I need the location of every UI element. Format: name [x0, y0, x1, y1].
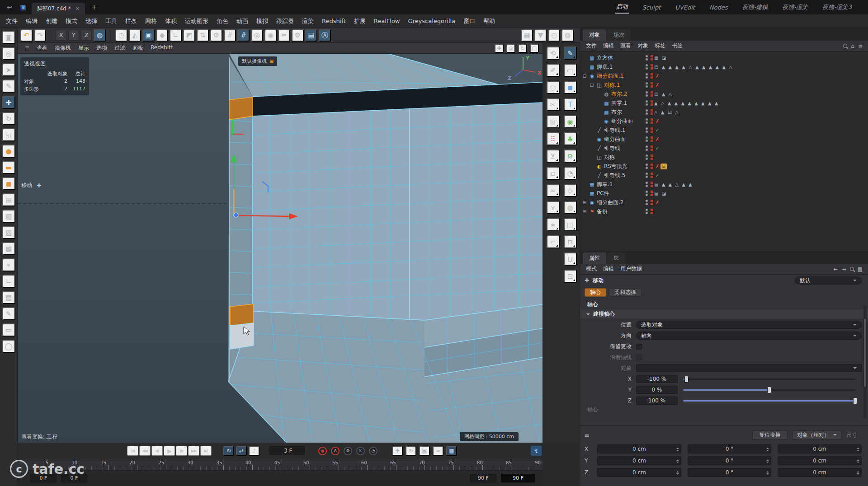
- back-icon[interactable]: ↩: [5, 2, 14, 12]
- viewport-menu-item[interactable]: 选项: [93, 44, 111, 52]
- menu-item[interactable]: 选择: [81, 17, 101, 25]
- matrix-icon[interactable]: ⠿: [547, 132, 560, 145]
- render-dots[interactable]: [651, 182, 653, 187]
- size-mode-label[interactable]: 尺寸: [846, 431, 861, 439]
- prev-key-button[interactable]: ◀◀: [139, 446, 151, 456]
- tree-row[interactable]: ⊞ ⚑ 备份: [580, 207, 868, 216]
- stepper[interactable]: [766, 446, 769, 453]
- render-dots[interactable]: [651, 154, 653, 160]
- next-frame-button[interactable]: |▶: [176, 446, 187, 456]
- menu-item[interactable]: 书签: [669, 42, 686, 50]
- preset-dropdown[interactable]: 默认: [795, 276, 862, 285]
- visibility-dots[interactable]: [646, 191, 648, 196]
- render-dots[interactable]: [651, 73, 653, 79]
- slider-value-field[interactable]: 0 %: [636, 386, 678, 394]
- menu-item[interactable]: 创建: [42, 17, 61, 25]
- field-icon[interactable]: ◔: [564, 167, 577, 180]
- measure-icon[interactable]: ⊞: [547, 115, 560, 128]
- render-dots[interactable]: [651, 91, 653, 97]
- scale-tool-icon[interactable]: ◱: [2, 128, 15, 141]
- dotted-square-icon[interactable]: ▫: [547, 167, 560, 180]
- autokey-button[interactable]: A: [331, 447, 340, 455]
- tweak-mode-icon[interactable]: ▣: [142, 29, 155, 42]
- scale-field[interactable]: 0 cm: [778, 444, 862, 453]
- viewport-menu-item[interactable]: 过滤: [111, 44, 129, 52]
- visibility-dots[interactable]: [646, 164, 648, 169]
- texture-paint-icon[interactable]: ▤: [2, 291, 15, 304]
- history-back-icon[interactable]: ←: [834, 266, 838, 272]
- coordinate-mode-dropdown[interactable]: 对象（相对）: [792, 430, 842, 439]
- object-tags[interactable]: △ ▲ ▤ △: [654, 110, 679, 115]
- menu-item[interactable]: RealFlow: [370, 18, 404, 24]
- viewport-menu-item[interactable]: Redshift: [147, 44, 176, 52]
- keep-changes-checkbox[interactable]: [636, 344, 642, 350]
- render-dots[interactable]: [651, 136, 653, 142]
- keyframe-settings-button[interactable]: ⚙: [344, 447, 352, 455]
- render-dots[interactable]: [651, 109, 653, 115]
- render-dots[interactable]: [651, 164, 653, 169]
- primitive-cube-icon[interactable]: ◼: [564, 81, 577, 94]
- coordinates-menu-icon[interactable]: ≡: [585, 432, 590, 439]
- menu-item[interactable]: 模式: [583, 265, 600, 273]
- key-rotation-button[interactable]: ↻: [406, 446, 416, 456]
- gear-icon[interactable]: ⚙: [292, 29, 304, 42]
- stack-icon[interactable]: ◆: [156, 29, 168, 42]
- object-name[interactable]: 对称: [604, 154, 615, 161]
- render-dots[interactable]: [651, 200, 653, 205]
- loop-toggle[interactable]: ↻: [223, 446, 234, 456]
- slider-handle[interactable]: [684, 376, 689, 383]
- expand-icon[interactable]: ⊞: [582, 209, 587, 214]
- pen-tool-icon[interactable]: ✎: [2, 79, 15, 93]
- new-tab-button[interactable]: +: [89, 3, 100, 11]
- undo-view-icon[interactable]: ⟲: [547, 47, 560, 60]
- tree-row[interactable]: ▦ 脚底.1 ▤ ▲ ▲ ▲ ▲ △ ▲ ▲ ▲ ▲ ▲ △: [580, 62, 868, 71]
- expand-icon[interactable]: ⊟: [589, 83, 594, 88]
- render-dots[interactable]: [651, 100, 653, 106]
- render-view-icon[interactable]: ▦: [521, 29, 533, 42]
- frame-icon[interactable]: ▭: [564, 64, 577, 77]
- layout-yemao-render3[interactable]: 夜猫-渲染3: [821, 1, 853, 13]
- slider-value-field[interactable]: 100 %: [636, 397, 678, 405]
- along-normal-checkbox[interactable]: [636, 355, 642, 360]
- stepper[interactable]: [766, 470, 769, 476]
- menu-item[interactable]: 窗口: [459, 17, 479, 25]
- workplane-mode-icon[interactable]: ∟: [2, 275, 15, 288]
- object-name[interactable]: 布尔.2: [611, 90, 627, 98]
- knife-icon[interactable]: ✂: [278, 29, 290, 42]
- preview-end-field[interactable]: 90 F: [470, 474, 496, 482]
- object-name[interactable]: 细分曲面.1: [597, 72, 623, 80]
- texture-mode-icon[interactable]: ▨: [2, 226, 15, 239]
- axis-mode-icon[interactable]: ⌖: [2, 258, 15, 271]
- menu-item[interactable]: 样条: [121, 17, 141, 25]
- lock-z-button[interactable]: Z: [81, 30, 92, 41]
- knife-tool-icon[interactable]: ✂: [547, 98, 560, 111]
- render-dots[interactable]: [651, 191, 653, 196]
- stepper[interactable]: [676, 458, 679, 464]
- history-forward-icon[interactable]: →: [842, 266, 846, 272]
- menu-item[interactable]: 标签: [651, 42, 669, 50]
- object-tags[interactable]: ▤ ◪: [654, 191, 667, 196]
- sphere-mode-icon[interactable]: ◯: [2, 340, 15, 353]
- layout-sculpt[interactable]: Sculpt: [642, 2, 662, 13]
- menu-item[interactable]: 扩展: [350, 17, 370, 25]
- viewport-menu-item[interactable]: 显示: [75, 44, 93, 52]
- move-tool-icon[interactable]: ✚: [2, 96, 15, 109]
- enable-toggle[interactable]: ✓: [654, 145, 660, 151]
- coord-system-button[interactable]: ◍: [94, 29, 106, 42]
- enable-toggle[interactable]: ✗: [654, 82, 660, 88]
- object-tags[interactable]: ▲ △ ▲ ▲ ▲ ▲ ▲ ▲ ▲ ▲: [654, 101, 719, 106]
- tree-row[interactable]: ◫ 对称: [580, 153, 868, 162]
- deformer-icon[interactable]: ⚙: [564, 150, 577, 163]
- axis-swap-icon[interactable]: ⇅: [197, 29, 209, 42]
- menu-item[interactable]: 文件: [2, 17, 22, 25]
- search-icon[interactable]: [843, 44, 847, 48]
- select-tool-icon[interactable]: ➤: [2, 63, 15, 76]
- undo-icon[interactable]: ↶: [20, 29, 33, 42]
- render-dots[interactable]: [651, 64, 653, 70]
- menu-item[interactable]: Redshift: [318, 18, 350, 24]
- key-scale-button[interactable]: ▣: [419, 446, 430, 456]
- layout-uvedit[interactable]: UVEdit: [674, 2, 696, 13]
- sound-toggle[interactable]: ♪: [249, 446, 259, 456]
- visibility-dots[interactable]: [646, 109, 648, 115]
- menu-item[interactable]: 角色: [212, 17, 232, 25]
